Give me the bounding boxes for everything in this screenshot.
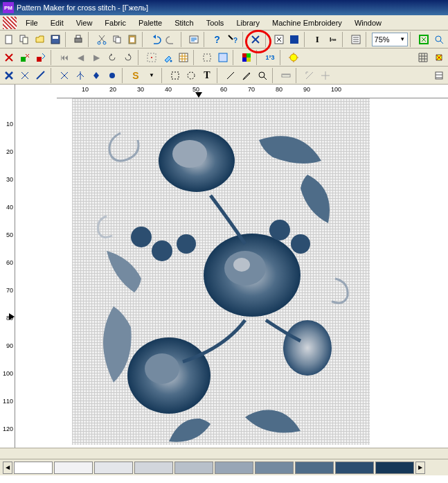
view-info-icon[interactable]: I bbox=[310, 32, 325, 47]
palette-swatch[interactable] bbox=[174, 462, 213, 474]
properties-icon[interactable] bbox=[187, 32, 201, 47]
line-tool-icon[interactable] bbox=[223, 68, 238, 83]
palette-next-icon[interactable]: ▶ bbox=[415, 462, 425, 474]
full-stitch-icon[interactable] bbox=[249, 32, 263, 47]
palette-swatch[interactable] bbox=[375, 462, 414, 474]
palette-swatch[interactable] bbox=[255, 462, 294, 474]
redo-icon[interactable] bbox=[163, 32, 178, 47]
nav-next-icon[interactable]: ▶ bbox=[89, 50, 104, 65]
thread-count-icon[interactable]: 1²3 bbox=[262, 50, 278, 65]
hruler-tick: 10 bbox=[82, 86, 89, 93]
horizontal-scrollbar[interactable] bbox=[0, 448, 448, 459]
menu-file[interactable]: File bbox=[19, 17, 44, 29]
undo-icon[interactable] bbox=[148, 32, 163, 47]
new-icon[interactable] bbox=[1, 32, 16, 47]
text-tool-icon[interactable]: T bbox=[199, 68, 215, 83]
vruler-tick: 10 bbox=[6, 121, 13, 128]
ruler-tool-icon[interactable] bbox=[278, 68, 294, 83]
color-palette-bar: ◀ ▶ bbox=[0, 459, 448, 475]
bead-icon[interactable] bbox=[105, 68, 120, 83]
help-icon[interactable]: ? bbox=[210, 32, 224, 47]
context-help-icon[interactable]: ? bbox=[225, 32, 240, 47]
delete-color-icon[interactable] bbox=[17, 50, 33, 65]
new-wizard-icon[interactable] bbox=[17, 32, 31, 47]
select-rect-icon[interactable] bbox=[199, 50, 215, 65]
open-icon[interactable] bbox=[33, 32, 47, 47]
guides-icon[interactable] bbox=[318, 68, 333, 83]
palette-swatch[interactable] bbox=[134, 462, 173, 474]
svg-text:?: ? bbox=[233, 37, 238, 44]
rotate-cw-icon[interactable] bbox=[120, 50, 136, 65]
three-quarter-icon[interactable] bbox=[73, 68, 88, 83]
hruler-tick: 80 bbox=[276, 86, 283, 93]
svg-rect-30 bbox=[242, 58, 247, 62]
palette-swatch[interactable] bbox=[295, 462, 334, 474]
palette-swatch[interactable] bbox=[215, 462, 253, 474]
zoom-area-icon[interactable] bbox=[432, 32, 447, 47]
view-thread-icon[interactable]: Ine bbox=[325, 32, 340, 47]
rotate-ccw-icon[interactable] bbox=[105, 50, 120, 65]
pattern-canvas[interactable] bbox=[72, 98, 370, 445]
svg-point-32 bbox=[290, 54, 297, 61]
layers-icon[interactable] bbox=[431, 68, 447, 83]
full-cross-icon[interactable] bbox=[1, 68, 17, 83]
zoom-tool-icon[interactable] bbox=[255, 68, 270, 83]
color-palette-icon[interactable] bbox=[239, 50, 254, 65]
backstitch-icon[interactable] bbox=[33, 68, 48, 83]
save-icon[interactable] bbox=[48, 32, 62, 47]
grid-color-icon[interactable] bbox=[431, 50, 447, 65]
replace-color-icon[interactable] bbox=[33, 50, 48, 65]
menu-edit[interactable]: Edit bbox=[44, 17, 70, 29]
grid-toggle-icon[interactable] bbox=[415, 50, 431, 65]
svg-rect-10 bbox=[116, 37, 120, 43]
svg-point-23 bbox=[151, 57, 152, 58]
palette-swatch[interactable] bbox=[335, 462, 374, 474]
pattern-fill-icon[interactable] bbox=[176, 50, 191, 65]
print-icon[interactable] bbox=[71, 32, 86, 47]
svg-point-51 bbox=[291, 234, 310, 254]
highlight-icon[interactable] bbox=[286, 50, 301, 65]
title-bar: PM Pattern Maker for cross stitch - [Гже… bbox=[0, 0, 448, 15]
svg-rect-29 bbox=[247, 53, 251, 58]
copy-icon[interactable] bbox=[109, 32, 124, 47]
ellipse-select-icon[interactable] bbox=[183, 68, 199, 83]
eyedropper-icon[interactable] bbox=[239, 68, 254, 83]
petite-icon[interactable] bbox=[89, 68, 104, 83]
measure-icon[interactable] bbox=[302, 68, 317, 83]
vertical-ruler: 10 20 30 40 50 60 70 80 90 100 110 120 bbox=[0, 85, 15, 448]
nav-first-icon[interactable]: ⏮ bbox=[57, 50, 72, 65]
half-cross-icon[interactable] bbox=[17, 68, 33, 83]
delete-stitch-icon[interactable] bbox=[1, 50, 17, 65]
fit-window-icon[interactable] bbox=[416, 32, 431, 47]
menu-machine-embroidery[interactable]: Machine Embroidery bbox=[266, 17, 348, 29]
special-dropdown-icon[interactable]: ▼ bbox=[144, 68, 159, 83]
menu-fabric[interactable]: Fabric bbox=[98, 17, 132, 29]
select-all-icon[interactable] bbox=[215, 50, 231, 65]
palette-prev-icon[interactable]: ◀ bbox=[3, 462, 12, 474]
zoom-combo[interactable]: 75%▼ bbox=[372, 33, 409, 46]
vruler-tick: 60 bbox=[6, 259, 13, 266]
view-symbols-icon[interactable] bbox=[271, 32, 286, 47]
palette-swatch[interactable] bbox=[14, 462, 53, 474]
view-list-icon[interactable] bbox=[348, 32, 363, 47]
menu-view[interactable]: View bbox=[70, 17, 99, 29]
nav-prev-icon[interactable]: ◀ bbox=[73, 50, 88, 65]
chevron-down-icon: ▼ bbox=[400, 36, 405, 42]
fill-tool-icon[interactable] bbox=[160, 50, 175, 65]
quarter-stitch-icon[interactable] bbox=[57, 68, 72, 83]
menu-library[interactable]: Library bbox=[230, 17, 266, 29]
center-icon[interactable] bbox=[144, 50, 159, 65]
svg-rect-12 bbox=[130, 37, 134, 42]
paste-icon[interactable] bbox=[125, 32, 140, 47]
menu-palette[interactable]: Palette bbox=[132, 17, 168, 29]
menu-stitch[interactable]: Stitch bbox=[168, 17, 200, 29]
palette-swatch[interactable] bbox=[54, 462, 93, 474]
cut-icon[interactable] bbox=[94, 32, 109, 47]
select-tool-icon[interactable] bbox=[168, 68, 183, 83]
palette-swatch[interactable] bbox=[94, 462, 133, 474]
menu-window[interactable]: Window bbox=[348, 17, 388, 29]
view-solid-icon[interactable] bbox=[287, 32, 301, 47]
svg-rect-2 bbox=[23, 37, 28, 44]
menu-tools[interactable]: Tools bbox=[200, 17, 231, 29]
special-stitch-icon[interactable]: S bbox=[128, 68, 143, 83]
